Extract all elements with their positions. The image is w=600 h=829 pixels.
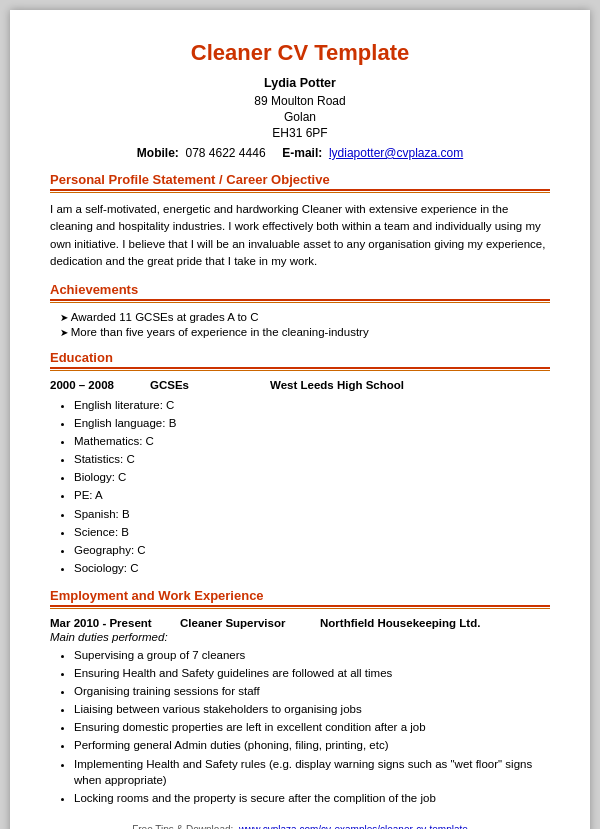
employment-divider1 bbox=[50, 605, 550, 607]
education-row: 2000 – 2008 GCSEs West Leeds High School bbox=[50, 379, 550, 391]
education-divider1 bbox=[50, 367, 550, 369]
achievements-header: Achievements bbox=[50, 282, 550, 297]
footer-tips: Free Tips & Download: www.cvplaza.com/cv… bbox=[50, 824, 550, 829]
mobile-number: 078 4622 4446 bbox=[185, 146, 265, 160]
address-line1: 89 Moulton Road bbox=[50, 94, 550, 108]
address-line2: Golan bbox=[50, 110, 550, 124]
duties-list: Supervising a group of 7 cleaners Ensuri… bbox=[50, 647, 550, 806]
subject-item: English language: B bbox=[74, 415, 550, 431]
address-line3: EH31 6PF bbox=[50, 126, 550, 140]
subject-item: PE: A bbox=[74, 487, 550, 503]
edu-school: West Leeds High School bbox=[270, 379, 550, 391]
page-title: Cleaner CV Template bbox=[50, 40, 550, 66]
emp-dates: Mar 2010 - Present bbox=[50, 617, 180, 629]
subject-item: Sociology: C bbox=[74, 560, 550, 576]
candidate-name: Lydia Potter bbox=[50, 76, 550, 90]
achievement-item: More than five years of experience in th… bbox=[60, 326, 550, 338]
duties-label: Main duties performed: bbox=[50, 631, 550, 643]
subject-item: Science: B bbox=[74, 524, 550, 540]
email-label: E-mail: bbox=[282, 146, 322, 160]
subject-item: Statistics: C bbox=[74, 451, 550, 467]
achievements-divider1 bbox=[50, 299, 550, 301]
email-link[interactable]: lydiapotter@cvplaza.com bbox=[329, 146, 463, 160]
emp-title: Cleaner Supervisor bbox=[180, 617, 320, 629]
duty-item: Organising training sessions for staff bbox=[74, 683, 550, 699]
edu-type: GCSEs bbox=[150, 379, 270, 391]
edu-years: 2000 – 2008 bbox=[50, 379, 150, 391]
cv-page: Cleaner CV Template Lydia Potter 89 Moul… bbox=[10, 10, 590, 829]
duty-item: Implementing Health and Safety rules (e.… bbox=[74, 756, 550, 788]
profile-divider2 bbox=[50, 192, 550, 193]
profile-divider1 bbox=[50, 189, 550, 191]
employment-divider2 bbox=[50, 608, 550, 609]
achievements-list: Awarded 11 GCSEs at grades A to C More t… bbox=[50, 311, 550, 338]
employment-header: Employment and Work Experience bbox=[50, 588, 550, 603]
education-divider2 bbox=[50, 370, 550, 371]
duty-item: Locking rooms and the property is secure… bbox=[74, 790, 550, 806]
duty-item: Ensuring Health and Safety guidelines ar… bbox=[74, 665, 550, 681]
profile-body: I am a self-motivated, energetic and har… bbox=[50, 201, 550, 270]
emp-company: Northfield Housekeeping Ltd. bbox=[320, 617, 550, 629]
duty-item: Supervising a group of 7 cleaners bbox=[74, 647, 550, 663]
duty-item: Liaising between various stakeholders to… bbox=[74, 701, 550, 717]
profile-header: Personal Profile Statement / Career Obje… bbox=[50, 172, 550, 187]
subject-item: Biology: C bbox=[74, 469, 550, 485]
education-header: Education bbox=[50, 350, 550, 365]
duty-item: Ensuring domestic properties are left in… bbox=[74, 719, 550, 735]
subject-item: Mathematics: C bbox=[74, 433, 550, 449]
subject-item: English literature: C bbox=[74, 397, 550, 413]
duty-item: Performing general Admin duties (phoning… bbox=[74, 737, 550, 753]
subject-item: Spanish: B bbox=[74, 506, 550, 522]
achievement-item: Awarded 11 GCSEs at grades A to C bbox=[60, 311, 550, 323]
achievements-divider2 bbox=[50, 302, 550, 303]
contact-row: Mobile: 078 4622 4446 E-mail: lydiapotte… bbox=[50, 146, 550, 160]
tips-label: Free Tips & Download: bbox=[132, 824, 233, 829]
tips-url[interactable]: www.cvplaza.com/cv-examples/cleaner-cv-t… bbox=[239, 824, 468, 829]
subject-item: Geography: C bbox=[74, 542, 550, 558]
subjects-list: English literature: C English language: … bbox=[50, 397, 550, 576]
employment-row: Mar 2010 - Present Cleaner Supervisor No… bbox=[50, 617, 550, 629]
mobile-label: Mobile: bbox=[137, 146, 179, 160]
